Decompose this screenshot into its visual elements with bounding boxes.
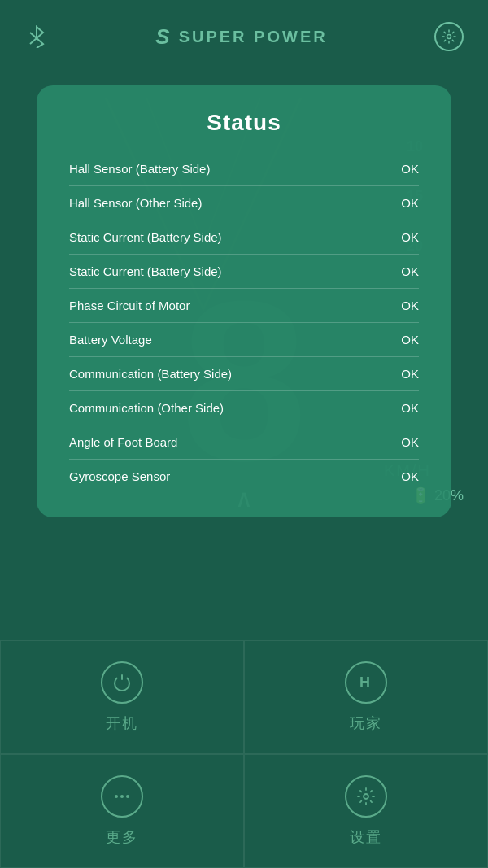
status-label-static-battery: Static Current (Battery Side) [69, 230, 222, 244]
status-row-static-battery: Static Current (Battery Side) OK [69, 220, 419, 255]
nav-item-player[interactable]: H 玩家 [244, 640, 488, 754]
status-value-hall-battery: OK [401, 162, 419, 176]
main-content: 8 10 15 20 KM/H 🔋 20% ∧ Status Hall Sens… [0, 73, 488, 643]
status-label-angle-footboard: Angle of Foot Board [69, 435, 177, 449]
svg-text:H: H [359, 674, 370, 691]
power-icon [101, 661, 143, 704]
status-value-static-battery: OK [401, 230, 419, 244]
status-title: Status [69, 110, 419, 136]
svg-point-0 [447, 35, 451, 39]
status-label-comm-other: Communication (Other Side) [69, 401, 224, 415]
svg-point-4 [126, 795, 129, 798]
status-label-hall-battery: Hall Sensor (Battery Side) [69, 162, 210, 176]
gear-icon [345, 775, 387, 818]
status-label-gyroscope: Gyroscope Sensor [69, 469, 170, 483]
nav-label-player: 玩家 [350, 713, 382, 733]
status-value-static-battery2: OK [401, 264, 419, 278]
header: S SUPER POWER [0, 0, 488, 73]
status-value-hall-other: OK [401, 196, 419, 210]
status-row-static-battery2: Static Current (Battery Side) OK [69, 255, 419, 289]
status-row-battery-voltage: Battery Voltage OK [69, 323, 419, 357]
status-value-angle-footboard: OK [401, 435, 419, 449]
status-row-phase-circuit: Phase Circuit of Motor OK [69, 289, 419, 323]
status-value-comm-other: OK [401, 401, 419, 415]
svg-point-5 [364, 794, 368, 799]
svg-point-3 [120, 795, 124, 798]
nav-item-settings[interactable]: 设置 [244, 754, 488, 868]
status-row-gyroscope: Gyroscope Sensor OK [69, 460, 419, 493]
brand-logo: S SUPER POWER [155, 24, 327, 50]
status-label-comm-battery: Communication (Battery Side) [69, 367, 232, 381]
logo-text: SUPER POWER [179, 28, 328, 46]
status-row-hall-battery: Hall Sensor (Battery Side) OK [69, 152, 419, 186]
settings-icon[interactable] [434, 22, 464, 51]
status-value-gyroscope: OK [401, 469, 419, 483]
svg-point-2 [115, 795, 118, 798]
status-value-battery-voltage: OK [401, 333, 419, 347]
nav-item-power[interactable]: 开机 [0, 640, 244, 754]
status-label-static-battery2: Static Current (Battery Side) [69, 264, 222, 278]
player-icon: H [345, 661, 387, 704]
bluetooth-icon[interactable] [24, 24, 49, 49]
logo-s-icon: S [155, 24, 172, 50]
nav-label-more: 更多 [106, 827, 138, 847]
status-label-battery-voltage: Battery Voltage [69, 333, 152, 347]
nav-label-settings: 设置 [350, 827, 382, 847]
status-value-phase-circuit: OK [401, 299, 419, 312]
more-icon [101, 775, 143, 818]
bottom-nav: 开机 H 玩家 更多 设置 [0, 640, 488, 868]
status-row-angle-footboard: Angle of Foot Board OK [69, 425, 419, 460]
status-label-phase-circuit: Phase Circuit of Motor [69, 299, 190, 312]
status-row-comm-battery: Communication (Battery Side) OK [69, 357, 419, 391]
status-label-hall-other: Hall Sensor (Other Side) [69, 196, 202, 210]
status-row-comm-other: Communication (Other Side) OK [69, 391, 419, 425]
nav-item-more[interactable]: 更多 [0, 754, 244, 868]
status-card: Status Hall Sensor (Battery Side) OK Hal… [37, 85, 451, 517]
status-row-hall-other: Hall Sensor (Other Side) OK [69, 186, 419, 220]
status-value-comm-battery: OK [401, 367, 419, 381]
nav-label-power: 开机 [106, 713, 138, 733]
